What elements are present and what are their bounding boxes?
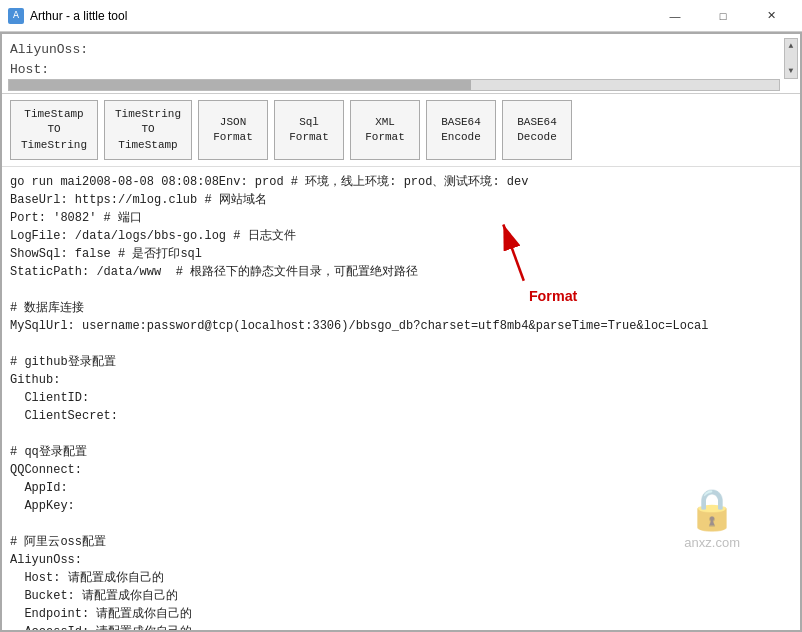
timestamp-to-timestring-button[interactable]: TimeStampTOTimeString [10, 100, 98, 160]
editor-textarea[interactable]: go run mai2008-08-08 08:08:08Env: prod #… [2, 167, 800, 630]
timestring-to-timestamp-button[interactable]: TimeStringTOTimeStamp [104, 100, 192, 160]
base64-decode-button[interactable]: BASE64Decode [502, 100, 572, 160]
address-preview: AliyunOss: Host: [10, 40, 792, 79]
main-window: AliyunOss: Host: ▲ ▼ TimeStampTOTimeStri… [0, 32, 802, 632]
title-bar: A Arthur - a little tool — □ ✕ [0, 0, 802, 32]
json-format-button[interactable]: JSONFormat [198, 100, 268, 160]
vertical-scrollbar[interactable]: ▲ ▼ [784, 38, 798, 79]
window-controls: — □ ✕ [652, 0, 794, 32]
toolbar: TimeStampTOTimeString TimeStringTOTimeSt… [2, 94, 800, 167]
horizontal-scrollbar[interactable] [8, 79, 780, 91]
window-title: Arthur - a little tool [30, 9, 127, 23]
app-icon: A [8, 8, 24, 24]
maximize-button[interactable]: □ [700, 0, 746, 32]
close-button[interactable]: ✕ [748, 0, 794, 32]
editor-container: go run mai2008-08-08 08:08:08Env: prod #… [2, 167, 800, 630]
xml-format-button[interactable]: XMLFormat [350, 100, 420, 160]
title-bar-left: A Arthur - a little tool [8, 8, 127, 24]
address-bar: AliyunOss: Host: ▲ ▼ [2, 34, 800, 94]
minimize-button[interactable]: — [652, 0, 698, 32]
scroll-up-arrow[interactable]: ▲ [785, 39, 797, 53]
address-line2: Host: [10, 60, 792, 80]
scrollbar-thumb[interactable] [9, 80, 471, 90]
base64-encode-button[interactable]: BASE64Encode [426, 100, 496, 160]
sql-format-button[interactable]: SqlFormat [274, 100, 344, 160]
address-line1: AliyunOss: [10, 40, 792, 60]
scroll-down-arrow[interactable]: ▼ [785, 64, 797, 78]
